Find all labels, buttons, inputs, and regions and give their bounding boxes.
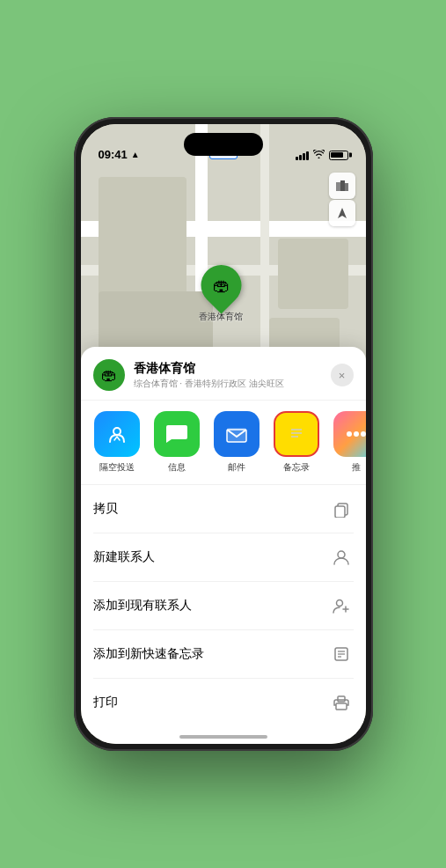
svg-rect-6: [288, 424, 305, 445]
action-add-contact[interactable]: 添加到现有联系人: [93, 582, 354, 630]
svg-point-3: [113, 428, 121, 435]
svg-point-16: [336, 600, 342, 607]
copy-icon: [329, 497, 354, 521]
status-time: 09:41 ▲: [99, 148, 140, 161]
notes-label: 备忘录: [283, 461, 310, 474]
svg-point-12: [361, 431, 366, 437]
wifi-icon: [313, 149, 325, 161]
share-more[interactable]: 推: [329, 411, 366, 474]
print-icon: [329, 690, 354, 715]
airdrop-label: 隔空投送: [99, 461, 135, 474]
share-row: 隔空投送 信息: [81, 401, 366, 485]
action-list: 拷贝 新建联系人: [81, 485, 366, 726]
share-notes[interactable]: 备忘录: [269, 411, 324, 474]
message-label: 信息: [168, 461, 186, 474]
svg-point-15: [338, 551, 345, 558]
print-label: 打印: [93, 695, 118, 710]
mail-label: 邮件: [228, 461, 245, 474]
svg-point-11: [354, 431, 359, 437]
status-icons: [296, 149, 348, 161]
notes-icon: [274, 411, 319, 457]
signal-bars: [296, 151, 309, 160]
svg-rect-23: [336, 703, 347, 710]
share-messages[interactable]: 信息: [150, 411, 204, 474]
location-icon: ▲: [131, 150, 140, 159]
svg-rect-1: [340, 180, 345, 191]
venue-subtitle: 综合体育馆 · 香港特别行政区 油尖旺区: [134, 378, 331, 390]
person-add-icon: [329, 593, 354, 618]
close-button[interactable]: ×: [331, 364, 354, 386]
svg-rect-2: [345, 183, 348, 191]
pin-icon: 🏟: [192, 256, 249, 313]
quick-note-label: 添加到新快速备忘录: [93, 646, 204, 662]
battery-icon: [329, 151, 348, 160]
more-icon: [333, 411, 366, 457]
time-display: 09:41: [99, 148, 128, 161]
svg-rect-24: [338, 696, 345, 702]
location-button[interactable]: [329, 200, 355, 226]
note-icon: [329, 642, 354, 666]
action-print[interactable]: 打印: [93, 679, 354, 726]
bottom-sheet: 🏟 香港体育馆 综合体育馆 · 香港特别行政区 油尖旺区 ×: [81, 347, 366, 744]
venue-info: 香港体育馆 综合体育馆 · 香港特别行政区 油尖旺区: [134, 361, 331, 390]
action-new-contact[interactable]: 新建联系人: [93, 533, 354, 582]
more-label: 推: [352, 461, 361, 474]
new-contact-label: 新建联系人: [93, 549, 155, 565]
venue-icon: 🏟: [93, 359, 125, 391]
sheet-header: 🏟 香港体育馆 综合体育馆 · 香港特别行政区 油尖旺区 ×: [81, 347, 366, 401]
airdrop-icon: [94, 411, 140, 457]
mail-icon: [214, 411, 260, 457]
add-contact-label: 添加到现有联系人: [93, 598, 192, 614]
venue-name: 香港体育馆: [134, 361, 331, 377]
svg-rect-0: [336, 182, 340, 191]
person-icon: [329, 545, 354, 570]
map-type-button[interactable]: [329, 173, 355, 199]
share-mail[interactable]: 邮件: [209, 411, 264, 474]
action-copy[interactable]: 拷贝: [93, 485, 354, 533]
home-indicator: [179, 735, 267, 739]
share-airdrop[interactable]: 隔空投送: [90, 411, 144, 474]
message-icon: [154, 411, 200, 457]
phone-frame: 09:41 ▲: [74, 117, 373, 751]
pin-inner: 🏟: [212, 276, 230, 296]
phone-screen: 09:41 ▲: [81, 124, 366, 744]
stadium-pin: 🏟 香港体育馆: [199, 265, 243, 323]
map-controls[interactable]: [329, 173, 355, 226]
copy-label: 拷贝: [93, 501, 118, 517]
svg-rect-14: [335, 506, 345, 518]
svg-point-10: [347, 431, 352, 437]
dynamic-island: [184, 133, 263, 156]
action-quick-note[interactable]: 添加到新快速备忘录: [93, 630, 354, 679]
